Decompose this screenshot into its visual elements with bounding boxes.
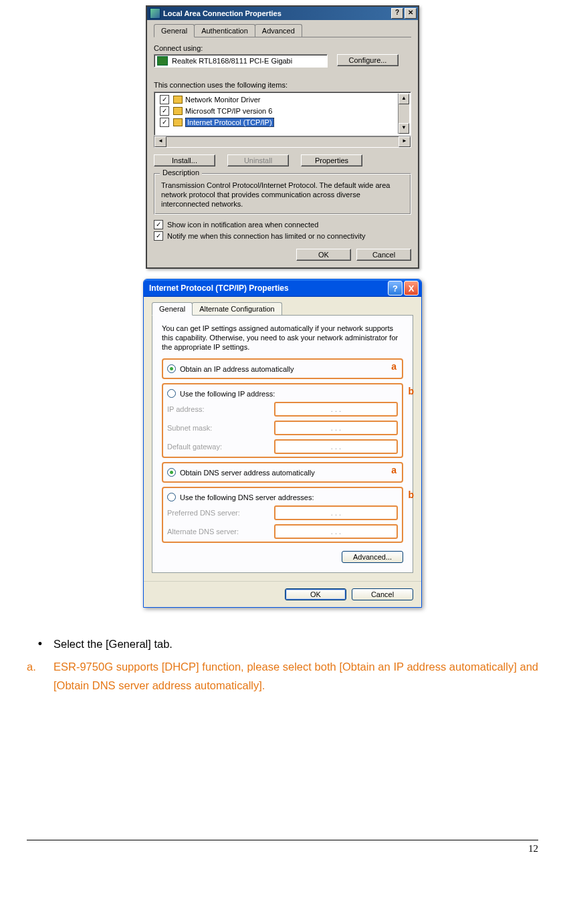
scroll-up-icon[interactable]: ▲ bbox=[399, 94, 409, 104]
use-dns-option: b Use the following DNS server addresses… bbox=[162, 487, 403, 543]
use-dns-radio-row[interactable]: Use the following DNS server addresses: bbox=[167, 493, 398, 501]
subnet-mask-label: Subnet mask: bbox=[167, 424, 267, 432]
description-text: Transmission Control Protocol/Internet P… bbox=[161, 181, 404, 209]
default-gateway-label: Default gateway: bbox=[167, 443, 267, 451]
tab-advanced[interactable]: Advanced bbox=[255, 24, 302, 37]
network-icon bbox=[150, 8, 160, 19]
use-ip-option: b Use the following IP address: IP addre… bbox=[162, 383, 403, 458]
checkbox-icon[interactable]: ✓ bbox=[154, 231, 163, 241]
tcpip-properties-dialog: Internet Protocol (TCP/IP) Properties ? … bbox=[143, 279, 422, 608]
list-item[interactable]: ✓ Network Monitor Driver bbox=[156, 94, 398, 105]
close-button[interactable]: ✕ bbox=[405, 8, 417, 19]
lan-properties-dialog: Local Area Connection Properties ? ✕ Gen… bbox=[146, 5, 419, 269]
info-text: You can get IP settings assigned automat… bbox=[162, 324, 403, 352]
instruction-text: • Select the [General] tab. a. ESR-9750G… bbox=[27, 634, 538, 695]
instruction-line: Select the [General] tab. bbox=[53, 634, 538, 653]
adapter-field: Realtek RTL8168/8111 PCI-E Gigabi bbox=[154, 54, 328, 68]
properties-button[interactable]: Properties bbox=[301, 154, 362, 166]
radio-label: Obtain an IP address automatically bbox=[180, 365, 294, 373]
annotation-a: a bbox=[391, 361, 397, 372]
notify-checkbox-row[interactable]: ✓ Notify me when this connection has lim… bbox=[154, 231, 411, 241]
checkbox-icon[interactable]: ✓ bbox=[160, 95, 169, 104]
list-item-selected[interactable]: ✓ Internet Protocol (TCP/IP) bbox=[156, 116, 398, 128]
annotation-b: b bbox=[408, 489, 414, 500]
checkbox-icon[interactable]: ✓ bbox=[154, 220, 163, 229]
annotation-b: b bbox=[408, 386, 414, 396]
checkbox-icon[interactable]: ✓ bbox=[160, 106, 169, 116]
preferred-dns-input[interactable]: . . . bbox=[274, 505, 398, 520]
tab-general[interactable]: General bbox=[154, 24, 195, 37]
default-gateway-input[interactable]: . . . bbox=[274, 439, 398, 454]
radio-label: Use the following IP address: bbox=[180, 390, 275, 398]
radio-label: Use the following DNS server addresses: bbox=[180, 493, 314, 501]
list-marker-a: a. bbox=[27, 657, 53, 695]
description-group: Description Transmission Control Protoco… bbox=[154, 173, 411, 215]
tab-general[interactable]: General bbox=[152, 302, 193, 316]
list-item[interactable]: ✓ Microsoft TCP/IP version 6 bbox=[156, 105, 398, 116]
ok-button[interactable]: OK bbox=[296, 249, 351, 261]
preferred-dns-label: Preferred DNS server: bbox=[167, 509, 267, 517]
scroll-down-icon[interactable]: ▼ bbox=[399, 123, 409, 134]
tab-alternate-config[interactable]: Alternate Configuration bbox=[192, 302, 282, 315]
alternate-dns-input[interactable]: . . . bbox=[274, 524, 398, 539]
connection-items-list[interactable]: ✓ Network Monitor Driver ✓ Microsoft TCP… bbox=[154, 92, 411, 136]
radio-icon[interactable] bbox=[167, 389, 176, 398]
titlebar[interactable]: Local Area Connection Properties ? ✕ bbox=[147, 7, 418, 20]
radio-label: Obtain DNS server address automatically bbox=[180, 469, 315, 477]
help-button[interactable]: ? bbox=[388, 281, 403, 296]
protocol-icon bbox=[173, 96, 183, 104]
checkbox-icon[interactable]: ✓ bbox=[160, 118, 169, 127]
alternate-dns-label: Alternate DNS server: bbox=[167, 528, 267, 536]
checkbox-label: Notify me when this connection has limit… bbox=[167, 232, 366, 240]
nic-icon bbox=[157, 56, 168, 66]
use-ip-radio-row[interactable]: Use the following IP address: bbox=[167, 389, 398, 398]
page-number: 12 bbox=[528, 843, 538, 854]
instruction-line-a: ESR-9750G supports [DHCP] function, plea… bbox=[53, 657, 538, 695]
ok-button[interactable]: OK bbox=[285, 588, 346, 600]
help-button[interactable]: ? bbox=[391, 8, 403, 19]
titlebar[interactable]: Internet Protocol (TCP/IP) Properties ? … bbox=[144, 279, 421, 297]
radio-checked-icon[interactable] bbox=[167, 364, 176, 373]
checkbox-label: Show icon in notification area when conn… bbox=[167, 221, 318, 229]
configure-button[interactable]: Configure... bbox=[337, 54, 399, 66]
uninstall-button: Uninstall bbox=[227, 154, 289, 166]
cancel-button[interactable]: Cancel bbox=[352, 588, 413, 600]
item-label: Network Monitor Driver bbox=[185, 96, 260, 104]
bullet-icon: • bbox=[27, 634, 53, 653]
show-icon-checkbox-row[interactable]: ✓ Show icon in notification area when co… bbox=[154, 220, 411, 229]
adapter-name: Realtek RTL8168/8111 PCI-E Gigabi bbox=[172, 57, 292, 65]
radio-icon[interactable] bbox=[167, 493, 176, 501]
obtain-ip-radio-row[interactable]: Obtain an IP address automatically bbox=[167, 364, 398, 373]
install-button[interactable]: Install... bbox=[154, 154, 215, 166]
subnet-mask-input[interactable]: . . . bbox=[274, 421, 398, 435]
items-label: This connection uses the following items… bbox=[154, 81, 411, 89]
obtain-ip-option: Obtain an IP address automatically a bbox=[162, 358, 403, 379]
protocol-icon bbox=[173, 118, 183, 126]
cancel-button[interactable]: Cancel bbox=[356, 249, 411, 261]
item-label: Internet Protocol (TCP/IP) bbox=[185, 118, 274, 127]
ip-address-input[interactable]: . . . bbox=[274, 402, 398, 417]
connect-using-label: Connect using: bbox=[154, 44, 411, 52]
horizontal-scrollbar[interactable]: ◄ ► bbox=[154, 136, 411, 148]
ip-address-label: IP address: bbox=[167, 405, 267, 413]
scroll-left-icon[interactable]: ◄ bbox=[154, 136, 166, 147]
tabstrip: General Alternate Configuration bbox=[152, 302, 413, 316]
obtain-dns-option: Obtain DNS server address automatically … bbox=[162, 462, 403, 483]
tab-authentication[interactable]: Authentication bbox=[194, 24, 255, 37]
page-footer: 12 bbox=[27, 840, 538, 854]
annotation-a: a bbox=[391, 465, 397, 475]
obtain-dns-radio-row[interactable]: Obtain DNS server address automatically bbox=[167, 468, 398, 477]
item-label: Microsoft TCP/IP version 6 bbox=[185, 107, 272, 115]
radio-checked-icon[interactable] bbox=[167, 468, 176, 477]
description-legend: Description bbox=[160, 168, 202, 177]
close-button[interactable]: X bbox=[404, 281, 419, 296]
vertical-scrollbar[interactable]: ▲ ▼ bbox=[398, 94, 409, 134]
dialog-title: Local Area Connection Properties bbox=[163, 9, 281, 17]
dialog-title: Internet Protocol (TCP/IP) Properties bbox=[149, 283, 289, 293]
advanced-button[interactable]: Advanced... bbox=[342, 551, 403, 563]
protocol-icon bbox=[173, 107, 183, 115]
tabstrip: General Authentication Advanced bbox=[154, 24, 411, 37]
scroll-right-icon[interactable]: ► bbox=[399, 136, 411, 147]
